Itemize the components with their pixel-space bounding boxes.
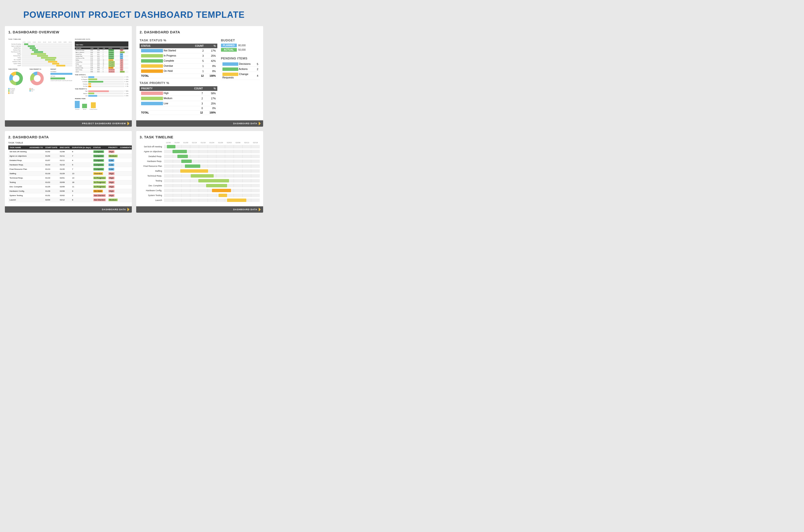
pending-row: Change Requests4: [221, 72, 260, 80]
table-row: Technical Reqs. 01/19 02/01 13 In Progre…: [75, 61, 128, 63]
task-priority-label: TASK PRIORITY %: [139, 81, 217, 85]
mini-pending-items: PENDING ITEMS Decisions Actions: [75, 98, 128, 110]
task-row: Hardware Reqs. 01/10 01/15 5 Complete Lo…: [8, 163, 132, 167]
gantt-large-row: Launch: [139, 198, 260, 203]
dash-data-layout: TASK STATUS % STATUS COUNT % Not Started…: [139, 37, 260, 117]
table-row: Set kick-off meeting 01/02 01/08 6 Compl…: [75, 50, 128, 51]
gantt-large-row: Final Resource Plan: [139, 164, 260, 168]
dash-data-right: BUDGET PLANNED80,000ACTUAL50,000 PENDING…: [221, 37, 260, 117]
gantt-large-row: Staffing: [139, 169, 260, 173]
gantt-large-row: Agree on objectives: [139, 149, 260, 154]
task-row: Set kick-off meeting 01/02 01/08 6 Compl…: [8, 150, 132, 154]
svg-point-3: [34, 75, 41, 82]
priority-pie-legend: High Medium Low: [30, 88, 49, 92]
pending-row: Actions2: [221, 67, 260, 72]
gantt-row: Hardware Reqs.: [8, 49, 72, 51]
gantt-title: TASK TIMELINE: [8, 38, 72, 40]
priority-row: High758%: [139, 91, 217, 96]
svg-point-1: [13, 75, 19, 82]
status-row: On Hold18%: [139, 69, 217, 74]
budget-label: BUDGET: [221, 38, 260, 42]
priority-row: 00%: [139, 106, 217, 111]
priority-row: TOTAL12100%: [139, 111, 217, 115]
task-row: Final Resource Plan 01/13 01/20 7 Comple…: [8, 167, 132, 171]
page-title: POWERPOINT PROJECT DASHBOARD TEMPLATE: [5, 5, 263, 26]
panel-overview: 1. DASHBOARD OVERVIEW TASK TIMELINE 12/3…: [5, 26, 132, 127]
gantt-large-header: 12/3001/0401/0901/1401/1901/2401/2902/03…: [164, 141, 260, 144]
panel2-footer: DASHBOARD DATA: [136, 120, 263, 127]
status-row: Overdue18%: [139, 63, 217, 69]
task-priority-pie: [30, 71, 45, 87]
pending-table: Decisions5 Actions2 Change Requests4: [221, 62, 260, 80]
dashboard-data-label: DASHBOARD DATA: [75, 38, 128, 40]
panel3-title: 2. DASHBOARD DATA: [8, 135, 128, 139]
budget-row: ACTUAL50,000: [221, 48, 260, 52]
panel2-title: 2. DASHBOARD DATA: [139, 30, 260, 34]
table-row: Dev. Complete 01/25 02/05 11 In Progress…: [75, 65, 128, 67]
gantt-large-row: Dev. Complete: [139, 184, 260, 188]
task-status-chart: TASK STATUS: [8, 69, 27, 94]
task-status-table: STATUS COUNT % Not Started217% In Progre…: [139, 44, 217, 78]
budget-row: PLANNED80,000: [221, 44, 260, 47]
status-row: Not Started217%: [139, 48, 217, 53]
task-row: Technical Reqs. 01/19 02/01 13 In Progre…: [8, 176, 132, 180]
gantt-large-row: Hardware Reqs.: [139, 159, 260, 164]
gantt-chart-mini: 12/30 01/04 01/09 01/14 01/19 01/24 01/2…: [8, 41, 72, 66]
gantt-large-row: Technical Reqs.: [139, 174, 260, 178]
gantt-row: Testing: [8, 57, 72, 59]
bottom-charts: TASK STATUS: [8, 69, 72, 94]
gantt-row: Hardware Config.: [8, 61, 72, 63]
mini-task-table: TASK NAME START END DUR. STATUS PRIORITY…: [75, 47, 128, 73]
table-row: Detailed Reqs. 01/07 01/11 4 Complete Lo…: [75, 53, 128, 55]
mini-task-status: TASK STATUS % Not Started217% In Progres…: [75, 74, 128, 87]
budget-mini: BUDGET PLANNED ACTUAL 20,000 40,000 60,0…: [51, 69, 72, 81]
dash-data-left: TASK STATUS % STATUS COUNT % Not Started…: [139, 37, 217, 117]
table-row: Agree on objectives 01/04 01/11 7 Comple…: [75, 51, 128, 53]
gantt-large-row: Testing: [139, 178, 260, 183]
gantt-large: 12/3001/0401/0901/1401/1901/2401/2902/03…: [139, 141, 260, 203]
task-row: Testing 01/22 02/09 18 In Progress High: [8, 180, 132, 185]
table-row: Hardware Config. 01/28 02/06 9 On Hold H…: [75, 67, 128, 69]
gantt-row: Agree on objectives: [8, 45, 72, 47]
gantt-row: Detailed Reqs.: [8, 47, 72, 49]
table-row: Testing 01/22 02/09 18 In Progress High: [75, 63, 128, 65]
gantt-row: Set kick-off meeting: [8, 43, 72, 45]
budget-box: PLANNED80,000ACTUAL50,000: [221, 44, 260, 52]
gantt-large-row: Hardware Config.: [139, 188, 260, 193]
priority-row: Low325%: [139, 101, 217, 106]
status-row: Complete542%: [139, 58, 217, 63]
task-priority-table: PRIORITY COUNT % High758% Medium217% Low…: [139, 86, 217, 115]
gantt-large-row: Detailed Reqs.: [139, 154, 260, 158]
gantt-large-rows: Set kick-off meeting Agree on objectives…: [139, 145, 260, 203]
panel4-title: 3. TASK TIMELINE: [139, 135, 260, 139]
task-priority-chart: TASK PRIORITY % High: [30, 69, 49, 92]
gantt-row: Launch: [8, 65, 72, 66]
gantt-row: Dev. Complete: [8, 59, 72, 61]
panel-timeline: 3. TASK TIMELINE 12/3001/0401/0901/1401/…: [136, 131, 263, 213]
panel3-footer: DASHBOARD DATA: [5, 206, 132, 213]
gantt-row: Staffing: [8, 53, 72, 55]
gantt-large-row: System Testing: [139, 193, 260, 197]
table-row: System Testing 01/31 02/02 2 Not Started…: [75, 69, 128, 71]
dashboard-grid: 1. DASHBOARD OVERVIEW TASK TIMELINE 12/3…: [5, 26, 263, 213]
panel1-footer: PROJECT DASHBOARD OVERVIEW: [5, 120, 132, 127]
pie-legend: Not Started In Progress Complete Overdue…: [8, 88, 27, 94]
table-row: Final Resource Plan 01/13 01/20 7 Comple…: [75, 57, 128, 59]
table-row: Launch 02/04 02/12 8 Not Started Medium: [75, 71, 128, 73]
pending-label: PENDING ITEMS: [221, 57, 260, 60]
task-row: Dev. Complete 01/25 02/05 11 In Progress…: [8, 185, 132, 189]
task-row: Agree on objectives 01/04 01/11 7 Comple…: [8, 154, 132, 158]
task-row: System Testing 01/31 02/02 2 Not Started…: [8, 193, 132, 198]
gantt-row: Technical Reqs.: [8, 55, 72, 57]
task-status-label: TASK STATUS %: [139, 38, 217, 42]
gantt-large-row: Set kick-off meeting: [139, 145, 260, 149]
gantt-row: System Testing: [8, 63, 72, 64]
task-table-label: TASK TABLE: [8, 141, 128, 144]
task-row: Detailed Reqs. 01/07 01/11 4 Complete Lo…: [8, 158, 132, 163]
table-row: Hardware Reqs. 01/10 01/15 5 Complete Lo…: [75, 55, 128, 57]
task-row: Staffing 01/16 01/29 13 Overdue High: [8, 171, 132, 176]
gantt-mini-rows: Set kick-off meeting Agree on objectives…: [8, 43, 72, 66]
panel1-title: 1. DASHBOARD OVERVIEW: [8, 30, 128, 34]
task-status-pie: [8, 71, 24, 87]
panel-data: 2. DASHBOARD DATA TASK STATUS % STATUS C…: [136, 26, 263, 127]
